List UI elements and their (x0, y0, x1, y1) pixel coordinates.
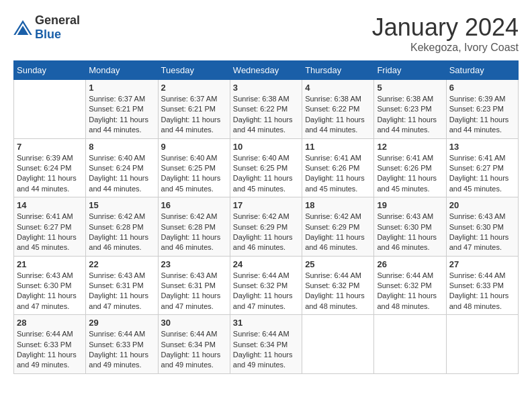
calendar-cell: 7Sunrise: 6:39 AMSunset: 6:24 PMDaylight… (14, 138, 86, 197)
day-number: 21 (17, 259, 83, 269)
day-info: Sunrise: 6:43 AMSunset: 6:31 PMDaylight:… (161, 271, 227, 312)
page-header: General Blue January 2024 Kekegoza, Ivor… (13, 13, 519, 54)
day-info: Sunrise: 6:43 AMSunset: 6:30 PMDaylight:… (449, 212, 515, 253)
calendar-cell (446, 315, 518, 374)
day-number: 7 (17, 142, 83, 152)
header-saturday: Saturday (446, 61, 518, 80)
day-number: 10 (233, 142, 299, 152)
day-number: 3 (233, 83, 299, 93)
calendar-cell: 13Sunrise: 6:41 AMSunset: 6:27 PMDayligh… (446, 138, 518, 197)
day-number: 16 (161, 200, 227, 210)
calendar-cell: 27Sunrise: 6:44 AMSunset: 6:33 PMDayligh… (446, 256, 518, 315)
title-section: January 2024 Kekegoza, Ivory Coast (372, 13, 519, 54)
day-number: 12 (377, 142, 443, 152)
day-number: 30 (161, 318, 227, 328)
calendar-cell: 31Sunrise: 6:44 AMSunset: 6:34 PMDayligh… (230, 315, 302, 374)
day-number: 11 (305, 142, 371, 152)
day-info: Sunrise: 6:39 AMSunset: 6:24 PMDaylight:… (17, 153, 83, 195)
day-number: 27 (449, 259, 515, 269)
day-info: Sunrise: 6:44 AMSunset: 6:32 PMDaylight:… (233, 271, 299, 312)
calendar-cell: 2Sunrise: 6:37 AMSunset: 6:21 PMDaylight… (158, 80, 230, 139)
day-number: 1 (89, 83, 154, 93)
calendar-cell: 30Sunrise: 6:44 AMSunset: 6:34 PMDayligh… (158, 315, 230, 374)
day-number: 13 (449, 142, 515, 152)
month-title: January 2024 (372, 13, 519, 42)
day-number: 9 (161, 142, 227, 152)
calendar-cell: 11Sunrise: 6:41 AMSunset: 6:26 PMDayligh… (302, 138, 374, 197)
day-info: Sunrise: 6:42 AMSunset: 6:29 PMDaylight:… (233, 212, 299, 253)
day-info: Sunrise: 6:38 AMSunset: 6:23 PMDaylight:… (377, 94, 443, 136)
day-info: Sunrise: 6:42 AMSunset: 6:28 PMDaylight:… (89, 212, 154, 253)
calendar-cell: 5Sunrise: 6:38 AMSunset: 6:23 PMDaylight… (374, 80, 446, 139)
day-info: Sunrise: 6:42 AMSunset: 6:29 PMDaylight:… (305, 212, 371, 253)
day-info: Sunrise: 6:41 AMSunset: 6:26 PMDaylight:… (377, 153, 443, 195)
logo-text: General Blue (35, 13, 80, 42)
calendar-cell: 6Sunrise: 6:39 AMSunset: 6:23 PMDaylight… (446, 80, 518, 139)
day-info: Sunrise: 6:44 AMSunset: 6:34 PMDaylight:… (233, 329, 299, 371)
calendar-cell: 1Sunrise: 6:37 AMSunset: 6:21 PMDaylight… (86, 80, 158, 139)
day-info: Sunrise: 6:37 AMSunset: 6:21 PMDaylight:… (161, 94, 227, 136)
calendar-week-2: 7Sunrise: 6:39 AMSunset: 6:24 PMDaylight… (14, 138, 519, 197)
calendar-cell: 8Sunrise: 6:40 AMSunset: 6:24 PMDaylight… (86, 138, 158, 197)
logo: General Blue (13, 13, 80, 42)
day-info: Sunrise: 6:44 AMSunset: 6:32 PMDaylight:… (305, 271, 371, 312)
day-info: Sunrise: 6:41 AMSunset: 6:27 PMDaylight:… (449, 153, 515, 195)
calendar-week-1: 1Sunrise: 6:37 AMSunset: 6:21 PMDaylight… (14, 80, 519, 139)
day-info: Sunrise: 6:38 AMSunset: 6:22 PMDaylight:… (233, 94, 299, 136)
calendar-cell: 20Sunrise: 6:43 AMSunset: 6:30 PMDayligh… (446, 197, 518, 257)
day-info: Sunrise: 6:40 AMSunset: 6:25 PMDaylight:… (161, 153, 227, 195)
header-thursday: Thursday (302, 61, 374, 80)
header-wednesday: Wednesday (230, 61, 302, 80)
calendar-cell: 21Sunrise: 6:43 AMSunset: 6:30 PMDayligh… (14, 256, 86, 315)
day-number: 20 (449, 200, 515, 210)
day-info: Sunrise: 6:44 AMSunset: 6:34 PMDaylight:… (161, 329, 227, 371)
calendar-cell: 9Sunrise: 6:40 AMSunset: 6:25 PMDaylight… (158, 138, 230, 197)
day-info: Sunrise: 6:39 AMSunset: 6:23 PMDaylight:… (449, 94, 515, 136)
day-info: Sunrise: 6:42 AMSunset: 6:28 PMDaylight:… (161, 212, 227, 253)
day-number: 15 (89, 200, 154, 210)
calendar-cell: 12Sunrise: 6:41 AMSunset: 6:26 PMDayligh… (374, 138, 446, 197)
location-title: Kekegoza, Ivory Coast (372, 42, 519, 54)
calendar-week-5: 28Sunrise: 6:44 AMSunset: 6:33 PMDayligh… (14, 315, 519, 374)
day-number: 31 (233, 318, 299, 328)
weekday-header-row: Sunday Monday Tuesday Wednesday Thursday… (14, 61, 519, 80)
calendar-cell: 4Sunrise: 6:38 AMSunset: 6:22 PMDaylight… (302, 80, 374, 139)
day-number: 28 (17, 318, 83, 328)
calendar-cell: 16Sunrise: 6:42 AMSunset: 6:28 PMDayligh… (158, 197, 230, 257)
calendar-cell: 24Sunrise: 6:44 AMSunset: 6:32 PMDayligh… (230, 256, 302, 315)
day-info: Sunrise: 6:37 AMSunset: 6:21 PMDaylight:… (89, 94, 154, 136)
day-number: 18 (305, 200, 371, 210)
logo-blue: Blue (35, 28, 61, 41)
day-number: 24 (233, 259, 299, 269)
calendar-cell: 19Sunrise: 6:43 AMSunset: 6:30 PMDayligh… (374, 197, 446, 257)
calendar-week-4: 21Sunrise: 6:43 AMSunset: 6:30 PMDayligh… (14, 256, 519, 315)
day-info: Sunrise: 6:44 AMSunset: 6:33 PMDaylight:… (17, 329, 83, 371)
header-sunday: Sunday (14, 61, 86, 80)
calendar-cell: 15Sunrise: 6:42 AMSunset: 6:28 PMDayligh… (86, 197, 158, 257)
calendar-cell: 17Sunrise: 6:42 AMSunset: 6:29 PMDayligh… (230, 197, 302, 257)
calendar-cell: 23Sunrise: 6:43 AMSunset: 6:31 PMDayligh… (158, 256, 230, 315)
calendar-cell: 18Sunrise: 6:42 AMSunset: 6:29 PMDayligh… (302, 197, 374, 257)
day-number: 26 (377, 259, 443, 269)
day-info: Sunrise: 6:43 AMSunset: 6:30 PMDaylight:… (17, 271, 83, 312)
calendar-table: Sunday Monday Tuesday Wednesday Thursday… (13, 60, 519, 374)
day-info: Sunrise: 6:44 AMSunset: 6:33 PMDaylight:… (449, 271, 515, 312)
day-number: 6 (449, 83, 515, 93)
calendar-cell: 10Sunrise: 6:40 AMSunset: 6:25 PMDayligh… (230, 138, 302, 197)
logo-icon (13, 20, 32, 35)
day-info: Sunrise: 6:43 AMSunset: 6:31 PMDaylight:… (89, 271, 154, 312)
calendar-cell: 26Sunrise: 6:44 AMSunset: 6:32 PMDayligh… (374, 256, 446, 315)
day-info: Sunrise: 6:40 AMSunset: 6:24 PMDaylight:… (89, 153, 154, 195)
day-number: 4 (305, 83, 371, 93)
header-monday: Monday (86, 61, 158, 80)
calendar-cell (374, 315, 446, 374)
calendar-cell: 3Sunrise: 6:38 AMSunset: 6:22 PMDaylight… (230, 80, 302, 139)
day-number: 22 (89, 259, 154, 269)
day-info: Sunrise: 6:44 AMSunset: 6:33 PMDaylight:… (89, 329, 154, 371)
header-friday: Friday (374, 61, 446, 80)
day-info: Sunrise: 6:44 AMSunset: 6:32 PMDaylight:… (377, 271, 443, 312)
calendar-cell: 29Sunrise: 6:44 AMSunset: 6:33 PMDayligh… (86, 315, 158, 374)
day-number: 14 (17, 200, 83, 210)
calendar-cell: 28Sunrise: 6:44 AMSunset: 6:33 PMDayligh… (14, 315, 86, 374)
header-tuesday: Tuesday (158, 61, 230, 80)
